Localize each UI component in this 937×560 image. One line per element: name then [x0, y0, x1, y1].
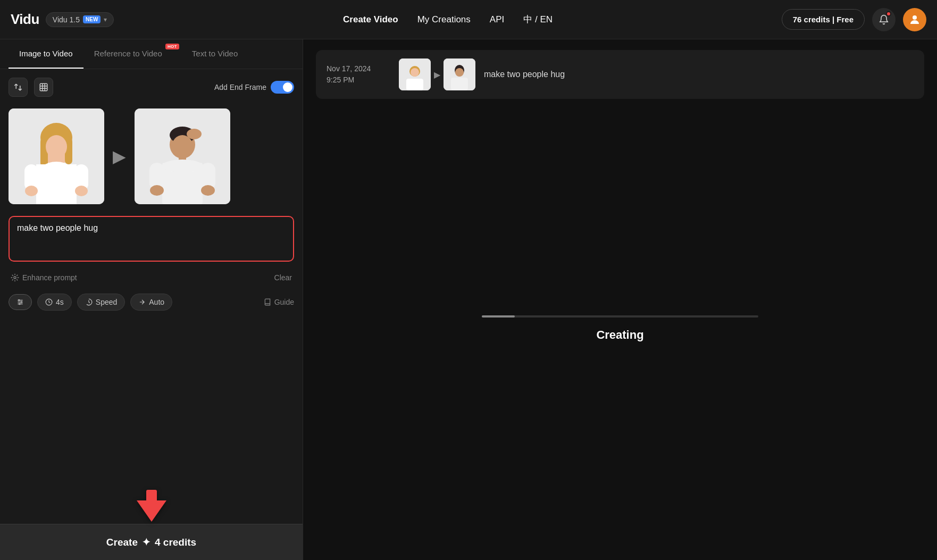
nav-create-video[interactable]: Create Video	[343, 14, 398, 25]
image-row: ▶	[9, 104, 294, 208]
bottom-toolbar: Enhance prompt Clear	[9, 269, 294, 286]
svg-point-26	[201, 185, 215, 196]
play-arrow-icon: ▶	[113, 146, 126, 166]
creation-thumb-1	[399, 58, 431, 90]
svg-point-27	[14, 277, 16, 279]
svg-point-25	[150, 185, 164, 196]
prompt-textarea[interactable]: make two people hug	[17, 223, 286, 252]
creation-date: Nov 17, 2024 9:25 PM	[327, 63, 390, 86]
creating-section: Creating	[316, 107, 924, 549]
svg-point-43	[455, 68, 464, 77]
svg-rect-44	[451, 78, 468, 90]
man-figure	[135, 108, 230, 204]
chevron-down-icon: ▾	[104, 16, 107, 23]
options-row: 4s Speed Auto	[9, 294, 294, 311]
book-icon	[264, 298, 271, 306]
svg-point-13	[25, 186, 38, 196]
woman-figure	[9, 108, 104, 204]
logo: Vidu	[11, 11, 39, 28]
enhance-icon	[11, 273, 19, 282]
credits-button[interactable]: 76 credits | Free	[782, 9, 865, 30]
svg-rect-40	[406, 79, 423, 90]
svg-rect-1	[40, 83, 47, 91]
motion-button[interactable]: Auto	[130, 294, 172, 311]
toolbar-row: Add End Frame	[9, 78, 294, 97]
creation-prompt: make two people hug	[484, 70, 565, 79]
thumb-woman	[399, 58, 431, 90]
header: Vidu Vidu 1.5 NEW ▾ Create Video My Crea…	[0, 0, 937, 39]
version-text: Vidu 1.5	[53, 15, 80, 24]
create-button[interactable]: Create ✦ 4 credits	[0, 524, 303, 560]
filters-button[interactable]	[9, 294, 32, 310]
frame-icon[interactable]	[34, 78, 53, 97]
prompt-box[interactable]: make two people hug	[9, 216, 294, 262]
lightning-icon: ✦	[142, 536, 150, 548]
tab-text-to-video[interactable]: Text to Video	[181, 39, 248, 69]
tab-image-to-video[interactable]: Image to Video	[9, 39, 83, 69]
speed-icon	[85, 298, 93, 306]
progress-bar-fill	[482, 315, 515, 317]
hot-badge: HOT	[165, 44, 179, 49]
creation-images: ▶	[399, 58, 475, 90]
sliders-icon	[16, 298, 24, 306]
version-badge[interactable]: Vidu 1.5 NEW ▾	[46, 12, 114, 27]
left-panel: Image to Video Reference to Video HOT Te…	[0, 39, 303, 560]
right-panel: Nov 17, 2024 9:25 PM ▶	[303, 39, 937, 560]
nav-my-creations[interactable]: My Creations	[417, 14, 471, 25]
creation-meta: Nov 17, 2024 9:25 PM	[327, 63, 390, 86]
new-badge: NEW	[83, 15, 101, 23]
end-frame-toggle[interactable]	[271, 81, 294, 94]
svg-point-22	[162, 160, 203, 172]
guide-button[interactable]: Guide	[264, 298, 294, 306]
nav-lang[interactable]: 中 / EN	[523, 13, 553, 26]
red-arrow-icon	[137, 490, 166, 522]
svg-point-31	[19, 299, 20, 300]
add-end-frame: Add End Frame	[214, 81, 294, 94]
enhance-prompt-button[interactable]: Enhance prompt	[11, 273, 77, 282]
clear-button[interactable]: Clear	[274, 273, 292, 282]
svg-rect-10	[36, 164, 77, 204]
header-nav: Create Video My Creations API 中 / EN	[343, 13, 553, 26]
end-frame-image[interactable]	[135, 108, 230, 204]
svg-point-33	[19, 303, 20, 304]
tab-reference-to-video[interactable]: Reference to Video HOT	[83, 39, 181, 69]
svg-point-7	[46, 135, 67, 158]
avatar-button[interactable]	[903, 8, 926, 31]
header-right: 76 credits | Free	[782, 8, 926, 31]
svg-point-39	[411, 68, 419, 77]
toggle-knob	[283, 82, 292, 92]
creation-card: Nov 17, 2024 9:25 PM ▶	[316, 50, 924, 99]
start-frame-image[interactable]	[9, 108, 104, 204]
arrow-indicator	[137, 490, 166, 524]
duration-button[interactable]: 4s	[37, 294, 72, 311]
main-content: Image to Video Reference to Video HOT Te…	[0, 39, 937, 560]
svg-rect-36	[146, 490, 157, 504]
motion-icon	[138, 298, 146, 306]
svg-point-14	[75, 186, 88, 196]
speed-button[interactable]: Speed	[77, 294, 125, 311]
progress-bar-container	[482, 315, 758, 317]
swap-icon[interactable]	[9, 78, 28, 97]
toolbar-left	[9, 78, 53, 97]
svg-point-0	[913, 15, 917, 20]
clock-icon	[45, 298, 53, 306]
notification-button[interactable]	[872, 8, 896, 31]
notification-dot	[886, 11, 891, 16]
panel-body: Add End Frame	[0, 69, 303, 560]
creating-status: Creating	[596, 328, 643, 342]
header-left: Vidu Vidu 1.5 NEW ▾	[11, 11, 114, 28]
tabs: Image to Video Reference to Video HOT Te…	[0, 39, 303, 69]
thumb-man	[444, 58, 475, 90]
user-icon	[908, 13, 921, 26]
nav-api[interactable]: API	[490, 14, 504, 25]
svg-point-32	[21, 302, 22, 303]
thumb-arrow-icon: ▶	[434, 70, 440, 80]
creation-thumb-2	[444, 58, 475, 90]
svg-point-19	[172, 135, 193, 158]
